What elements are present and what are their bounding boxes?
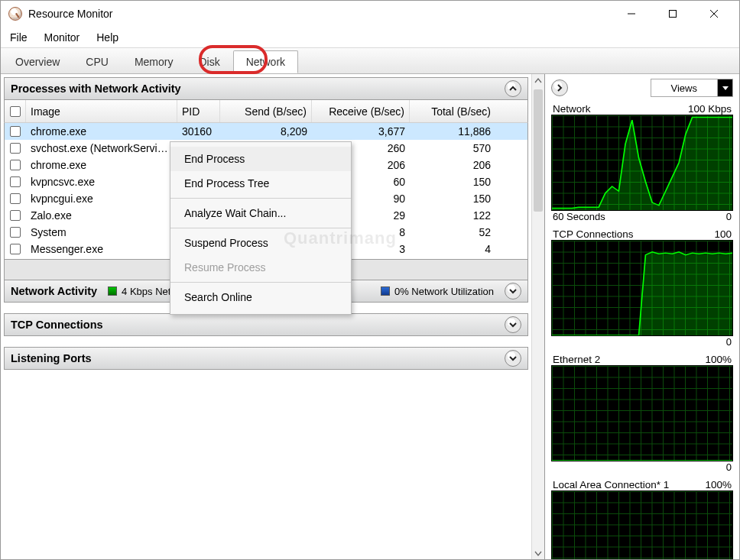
panel-header-processes[interactable]: Processes with Network Activity bbox=[4, 77, 528, 100]
cell-image: chrome.exe bbox=[26, 125, 177, 138]
tab-cpu[interactable]: CPU bbox=[73, 50, 122, 73]
chart-title: Ethernet 2 bbox=[553, 354, 600, 365]
tab-overview[interactable]: Overview bbox=[2, 50, 73, 73]
chart-scale: 100% bbox=[705, 479, 732, 490]
app-title: Resource Monitor bbox=[28, 8, 608, 20]
right-collapse-button[interactable] bbox=[551, 79, 568, 96]
col-pid[interactable]: PID bbox=[177, 100, 220, 122]
cell-image: svchost.exe (NetworkService -p bbox=[26, 142, 177, 154]
row-checkbox[interactable] bbox=[10, 160, 21, 170]
menu-file[interactable]: File bbox=[2, 30, 35, 45]
tab-disk[interactable]: Disk bbox=[186, 50, 232, 73]
menu-help[interactable]: Help bbox=[89, 30, 126, 45]
row-checkbox[interactable] bbox=[10, 126, 21, 137]
panel-header-tcp[interactable]: TCP Connections bbox=[4, 313, 528, 336]
chart-foot-left: 60 Seconds bbox=[553, 211, 605, 222]
views-dropdown[interactable]: Views bbox=[651, 79, 733, 97]
row-checkbox[interactable] bbox=[10, 143, 21, 154]
cell-total: 570 bbox=[410, 142, 495, 154]
maximize-button[interactable] bbox=[655, 2, 690, 25]
table-header: Image PID Send (B/sec) Receive (B/sec) T… bbox=[4, 100, 528, 123]
cell-total: 150 bbox=[410, 176, 495, 188]
menu-monitor[interactable]: Monitor bbox=[37, 30, 88, 45]
cell-send: 8,209 bbox=[220, 125, 312, 138]
tab-network[interactable]: Network bbox=[233, 50, 298, 73]
chart-canvas bbox=[551, 365, 733, 461]
table-row[interactable]: chrome.exe301608,2093,67711,886 bbox=[5, 123, 527, 140]
left-column: Processes with Network Activity Image PI… bbox=[1, 74, 545, 559]
chevron-down-icon[interactable] bbox=[717, 79, 732, 96]
chart-foot-right: 0 bbox=[726, 461, 732, 473]
row-checkbox[interactable] bbox=[10, 227, 21, 238]
cell-image: kvpncgui.exe bbox=[26, 193, 177, 205]
cell-total: 4 bbox=[410, 243, 495, 255]
cell-total: 11,886 bbox=[410, 125, 495, 138]
collapse-button[interactable] bbox=[505, 80, 521, 97]
scroll-up-icon[interactable] bbox=[532, 74, 544, 87]
svg-marker-4 bbox=[722, 86, 729, 90]
cell-image: Zalo.exe bbox=[26, 209, 177, 222]
expand-button[interactable] bbox=[505, 316, 521, 333]
cell-image: kvpncsvc.exe bbox=[26, 176, 177, 188]
tabstrip: Overview CPU Memory Disk Network bbox=[1, 48, 739, 74]
close-button[interactable] bbox=[696, 2, 732, 25]
panel-title: Processes with Network Activity bbox=[11, 83, 181, 95]
views-label: Views bbox=[651, 83, 717, 94]
row-checkbox[interactable] bbox=[10, 210, 21, 221]
chart-scale: 100 Kbps bbox=[688, 103, 732, 115]
col-image[interactable]: Image bbox=[26, 100, 177, 122]
chart-block: Local Area Connection* 1100% bbox=[551, 477, 733, 559]
context-menu-item[interactable]: Analyze Wait Chain... bbox=[170, 201, 351, 225]
svg-marker-5 bbox=[552, 117, 732, 210]
chart-list: Network100 Kbps60 Seconds0TCP Connection… bbox=[551, 102, 733, 559]
titlebar: Resource Monitor bbox=[1, 1, 739, 27]
header-checkbox[interactable] bbox=[10, 106, 21, 117]
cell-image: chrome.exe bbox=[26, 159, 177, 171]
svg-rect-1 bbox=[670, 11, 677, 18]
cell-total: 52 bbox=[410, 226, 495, 238]
app-icon bbox=[8, 7, 22, 21]
chart-canvas bbox=[551, 115, 733, 211]
chart-block: Network100 Kbps60 Seconds0 bbox=[551, 102, 733, 224]
tab-memory[interactable]: Memory bbox=[122, 50, 187, 73]
minimize-button[interactable] bbox=[614, 2, 649, 25]
panel-header-listening[interactable]: Listening Ports bbox=[4, 347, 528, 370]
chart-foot-right: 0 bbox=[726, 336, 732, 348]
cell-total: 122 bbox=[410, 209, 495, 222]
context-menu-item: Resume Process bbox=[170, 255, 351, 280]
cell-recv: 3,677 bbox=[312, 125, 410, 138]
row-checkbox[interactable] bbox=[10, 193, 21, 204]
col-send[interactable]: Send (B/sec) bbox=[220, 100, 312, 122]
vertical-scrollbar[interactable] bbox=[531, 74, 544, 559]
col-recv[interactable]: Receive (B/sec) bbox=[312, 100, 410, 122]
context-menu-item[interactable]: Search Online bbox=[170, 285, 351, 309]
context-menu-item[interactable]: End Process bbox=[170, 147, 351, 171]
chart-title: Network bbox=[553, 103, 591, 115]
scroll-down-icon[interactable] bbox=[532, 546, 544, 559]
square-blue-icon bbox=[381, 286, 390, 296]
context-menu-item[interactable]: End Process Tree bbox=[170, 171, 351, 196]
cell-pid: 30160 bbox=[177, 125, 220, 138]
chart-canvas bbox=[551, 240, 733, 336]
expand-button[interactable] bbox=[505, 283, 521, 299]
chart-canvas bbox=[551, 490, 733, 559]
expand-button[interactable] bbox=[505, 350, 521, 367]
scroll-thumb[interactable] bbox=[534, 89, 543, 212]
chart-scale: 100% bbox=[705, 354, 732, 365]
row-checkbox[interactable] bbox=[10, 176, 21, 187]
cell-image: Messenger.exe bbox=[26, 243, 177, 255]
panel-title: Network Activity bbox=[11, 285, 97, 297]
chart-title: Local Area Connection* 1 bbox=[553, 479, 669, 490]
chart-block: Ethernet 2100%0 bbox=[551, 352, 733, 474]
context-menu: End ProcessEnd Process TreeAnalyze Wait … bbox=[170, 141, 352, 315]
chart-foot-right: 0 bbox=[726, 211, 732, 222]
square-green-icon bbox=[108, 286, 117, 296]
cell-image: System bbox=[26, 226, 177, 238]
row-checkbox[interactable] bbox=[10, 244, 21, 254]
content: Processes with Network Activity Image PI… bbox=[1, 74, 739, 559]
context-menu-item[interactable]: Suspend Process bbox=[170, 231, 351, 255]
menubar: File Monitor Help bbox=[1, 27, 739, 48]
panel-title: Listening Ports bbox=[11, 352, 92, 364]
chart-title: TCP Connections bbox=[553, 228, 634, 240]
col-total[interactable]: Total (B/sec) bbox=[410, 100, 495, 122]
